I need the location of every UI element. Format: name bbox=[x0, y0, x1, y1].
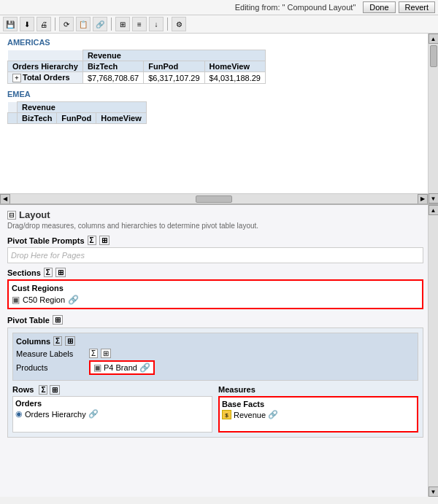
sections-box: Cust Regions ▣ C50 Region 🔗 bbox=[7, 279, 423, 309]
done-button[interactable]: Done bbox=[363, 1, 395, 13]
total-orders-homeview: $4,031,188.29 bbox=[204, 72, 265, 84]
layout-v-scrollbar: ▲ ▼ bbox=[428, 205, 438, 497]
orders-chip-label: Orders Hierarchy bbox=[25, 410, 86, 419]
columns-area: Columns Σ ⊞ Measure Labels Σ ⊞ Products bbox=[12, 333, 418, 381]
pivot-table-text: Pivot Table bbox=[7, 316, 50, 325]
americas-empty-header bbox=[8, 50, 83, 61]
biztech-col1: BizTech bbox=[82, 61, 143, 72]
main-content: AMERICAS Revenue Orders Hierarchy BizTec… bbox=[0, 34, 438, 497]
measures-label: Measures bbox=[218, 385, 418, 394]
refresh-icon[interactable]: ⟳ bbox=[59, 17, 74, 31]
funpod-col1: FunPod bbox=[144, 61, 204, 72]
orders-header: Orders bbox=[15, 399, 210, 408]
c50-chip-label: C50 Region bbox=[23, 295, 65, 304]
emea-revenue-header: Revenue bbox=[18, 102, 147, 113]
layout-expand-icon[interactable]: ⊟ bbox=[7, 211, 16, 220]
h-scroll-thumb[interactable] bbox=[196, 195, 232, 203]
products-label: Products bbox=[16, 363, 89, 372]
total-orders-row-header: +Total Orders bbox=[8, 72, 83, 84]
total-orders-biztech: $7,768,708.67 bbox=[82, 72, 143, 84]
americas-section-title: AMERICAS bbox=[7, 38, 419, 47]
measures-text: Measures bbox=[218, 385, 256, 394]
emea-biztech: BizTech bbox=[18, 113, 57, 124]
h-scroll-left[interactable]: ◀ bbox=[0, 194, 10, 204]
p4-chip-remove[interactable]: 🔗 bbox=[139, 363, 150, 373]
pivot-table-label: Pivot Table ⊞ bbox=[7, 315, 423, 325]
pivot-prompts-text: Pivot Table Prompts bbox=[7, 236, 85, 245]
measures-section: Measures Base Facts $ Revenue 🔗 bbox=[218, 385, 418, 433]
pivot-inner: Columns Σ ⊞ Measure Labels Σ ⊞ Products bbox=[7, 327, 423, 438]
table-icon[interactable]: ⊞ bbox=[115, 17, 130, 31]
grid-icon-cols: ⊞ bbox=[65, 336, 75, 346]
layout-scroll-down[interactable]: ▼ bbox=[429, 486, 439, 497]
americas-revenue-header: Revenue bbox=[82, 50, 265, 61]
drop-here-zone[interactable]: Drop Here for Pages bbox=[7, 247, 423, 263]
top-bar: Editing from: " Compound Layout" Done Re… bbox=[0, 0, 438, 15]
settings-icon[interactable]: ⚙ bbox=[172, 17, 186, 31]
drop-placeholder: Drop Here for Pages bbox=[11, 251, 85, 260]
layout-scroll-up[interactable]: ▲ bbox=[429, 205, 439, 215]
measure-grid-icon: ⊞ bbox=[101, 349, 111, 358]
layout-title-text: Layout bbox=[19, 209, 50, 220]
preview-area: AMERICAS Revenue Orders Hierarchy BizTec… bbox=[0, 34, 438, 205]
measure-labels-icons: Σ ⊞ bbox=[89, 349, 111, 358]
measures-box: Base Facts $ Revenue 🔗 bbox=[218, 396, 418, 433]
rows-text: Rows bbox=[12, 385, 34, 394]
rows-measures: Rows Σ ⊞ Orders ◉ Orders Hierarchy 🔗 bbox=[12, 385, 418, 433]
save-icon[interactable]: 💾 bbox=[3, 17, 18, 31]
revenue-chip-icon: $ bbox=[222, 410, 231, 419]
emea-homeview: HomeView bbox=[96, 113, 146, 124]
sigma-icon-prompts: Σ bbox=[88, 236, 96, 245]
c50-region-chip: ▣ C50 Region 🔗 bbox=[12, 295, 419, 305]
list-icon[interactable]: ≡ bbox=[132, 17, 147, 31]
revenue-dollar-icon: $ bbox=[222, 410, 231, 419]
sigma-icon-rows: Σ bbox=[39, 385, 47, 395]
layout-description: Drag/drop measures, columns and hierarch… bbox=[7, 222, 423, 230]
rows-box: Orders ◉ Orders Hierarchy 🔗 bbox=[12, 396, 212, 433]
link-icon[interactable]: 🔗 bbox=[93, 17, 107, 31]
measure-labels-label: Measure Labels bbox=[16, 349, 89, 358]
orders-chip-icon: ◉ bbox=[15, 409, 23, 419]
print-icon[interactable]: 🖨 bbox=[36, 17, 51, 31]
measure-labels-row: Measure Labels Σ ⊞ bbox=[16, 349, 415, 358]
v-scroll-down[interactable]: ▼ bbox=[429, 193, 439, 203]
c50-chip-remove[interactable]: 🔗 bbox=[68, 295, 79, 305]
expand-icon[interactable]: + bbox=[12, 74, 21, 82]
emea-empty-row bbox=[8, 113, 18, 124]
v-scroll-up[interactable]: ▲ bbox=[429, 34, 439, 44]
sigma-icon-sections: Σ bbox=[44, 268, 53, 277]
orders-hierarchy-chip: ◉ Orders Hierarchy 🔗 bbox=[15, 409, 210, 419]
v-scroll-thumb[interactable] bbox=[430, 45, 437, 67]
revenue-chip: $ Revenue 🔗 bbox=[222, 410, 415, 419]
revenue-chip-remove[interactable]: 🔗 bbox=[268, 410, 278, 419]
h-scroll-right[interactable]: ▶ bbox=[418, 194, 428, 204]
p4-chip-icon: ▣ bbox=[93, 363, 101, 373]
emea-empty-header bbox=[8, 102, 18, 113]
sections-box-header: Cust Regions bbox=[12, 284, 419, 292]
edit-label: Editing from: " Compound Layout" bbox=[235, 3, 356, 12]
grid-icon-rows: ⊞ bbox=[50, 385, 60, 395]
orders-chip-remove[interactable]: 🔗 bbox=[88, 409, 99, 419]
revenue-chip-label: Revenue bbox=[234, 411, 266, 419]
toolbar: 💾 ⬇ 🖨 ⟳ 📋 🔗 ⊞ ≡ ↓ ⚙ bbox=[0, 15, 438, 34]
sections-label: Sections Σ ⊞ bbox=[7, 268, 423, 277]
download-icon[interactable]: ⬇ bbox=[20, 17, 34, 31]
h-scroll-track bbox=[10, 194, 418, 204]
layout-area: ⊟ Layout Drag/drop measures, columns and… bbox=[0, 205, 438, 497]
orders-hierarchy-header: Orders Hierarchy bbox=[8, 61, 83, 72]
sigma-icon-cols: Σ bbox=[53, 336, 62, 346]
total-orders-label: Total Orders bbox=[23, 73, 70, 82]
toolbar-separator-3 bbox=[167, 18, 168, 31]
revert-button[interactable]: Revert bbox=[399, 1, 435, 13]
emea-section-title: EMEA bbox=[7, 90, 419, 98]
arrow-down-icon[interactable]: ↓ bbox=[149, 17, 164, 31]
preview-h-scrollbar: ◀ ▶ bbox=[0, 193, 428, 203]
copy-icon[interactable]: 📋 bbox=[76, 17, 91, 31]
americas-table: Revenue Orders Hierarchy BizTech FunPod … bbox=[7, 50, 266, 84]
p4-brand-chip[interactable]: ▣ P4 Brand 🔗 bbox=[89, 360, 155, 375]
layout-title: ⊟ Layout bbox=[7, 209, 423, 220]
rows-section: Rows Σ ⊞ Orders ◉ Orders Hierarchy 🔗 bbox=[12, 385, 212, 433]
toolbar-separator-1 bbox=[55, 18, 55, 31]
emea-funpod: FunPod bbox=[57, 113, 96, 124]
measure-sigma-icon: Σ bbox=[89, 349, 98, 358]
